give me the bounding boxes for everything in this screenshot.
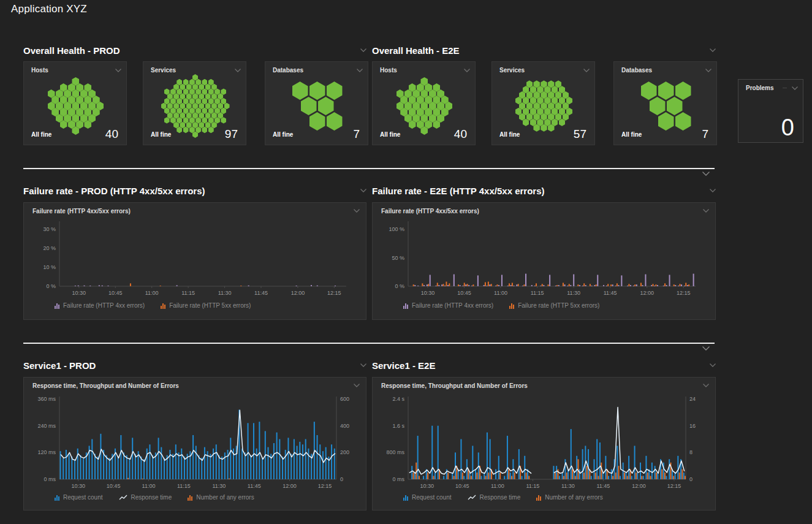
chevron-down-icon[interactable] (705, 69, 711, 72)
health-hexagon-cluster (292, 82, 343, 131)
legend-item[interactable]: Response time (468, 494, 521, 501)
section-header-health-prod: Overall Health - PROD (23, 44, 366, 56)
legend-item[interactable]: Failure rate (HTTP 5xx errors) (509, 302, 599, 309)
healthy-hexagon-icon (173, 122, 179, 128)
healthy-hexagon-icon (211, 112, 217, 118)
healthy-hexagon-icon (214, 117, 220, 123)
chart-tile-failure-prod[interactable]: Failure rate (HTTP 4xx/5xx errors) 30 %2… (23, 202, 366, 320)
healthy-hexagon-icon (176, 108, 182, 114)
dashboard-page: Application XYZ Overall Health - PROD Ov… (0, 0, 812, 524)
line-chart-icon (468, 495, 476, 501)
chevron-down-icon[interactable] (464, 69, 470, 72)
svg-text:1.6 s: 1.6 s (392, 423, 404, 429)
section-divider (23, 343, 715, 344)
healthy-hexagon-icon (189, 88, 195, 94)
svg-text:12:00: 12:00 (283, 483, 297, 489)
healthy-hexagon-icon (161, 103, 167, 109)
problems-tile[interactable]: Problems 0 (738, 79, 803, 143)
svg-text:11:45: 11:45 (597, 483, 610, 489)
healthy-hexagon-icon (164, 117, 170, 123)
legend-item[interactable]: Failure rate (HTTP 4xx errors) (55, 302, 145, 309)
bar-chart-icon (161, 303, 165, 309)
healthy-hexagon-icon (173, 103, 179, 109)
section-header-failure-prod: Failure rate - PROD (HTTP 4xx/5xx errors… (23, 184, 366, 197)
legend-item[interactable]: Failure rate (HTTP 4xx errors) (403, 302, 493, 309)
chevron-down-icon[interactable] (235, 69, 241, 72)
chart-tile-service-e2e[interactable]: Response time, Throughput and Number of … (372, 377, 716, 511)
page-title: Application XYZ (11, 3, 87, 15)
legend-label: Failure rate (HTTP 5xx errors) (518, 302, 599, 309)
chart-title: Response time, Throughput and Number of … (32, 382, 179, 389)
healthy-hexagon-icon (202, 98, 207, 104)
chevron-down-icon[interactable] (360, 48, 366, 52)
health-tile-databases-e2e[interactable]: DatabasesAll fine7 (613, 61, 717, 145)
healthy-hexagon-icon (195, 98, 201, 104)
chart-tile-failure-e2e[interactable]: Failure rate (HTTP 4xx/5xx errors) 100 %… (372, 202, 716, 320)
section-title-service-prod: Service1 - PROD (23, 360, 96, 371)
healthy-hexagon-icon (202, 88, 207, 94)
healthy-hexagon-icon (170, 108, 176, 114)
svg-text:0 ms: 0 ms (392, 476, 404, 482)
healthy-hexagon-icon (164, 98, 170, 104)
health-tile-services-prod[interactable]: ServicesAll fine97 (143, 61, 246, 145)
legend-item[interactable]: Request count (403, 494, 452, 501)
chevron-down-icon[interactable] (115, 69, 121, 72)
line-chart-icon (119, 495, 127, 501)
chevron-down-icon[interactable] (357, 69, 363, 72)
health-tile-title: Services (499, 67, 525, 74)
chevron-down-icon[interactable] (702, 346, 710, 351)
svg-text:0 ms: 0 ms (44, 476, 56, 482)
legend-label: Request count (63, 494, 103, 501)
healthy-hexagon-icon (318, 97, 334, 115)
chevron-down-icon[interactable] (583, 69, 590, 72)
bar-chart-icon (188, 495, 192, 501)
chevron-down-icon[interactable] (710, 363, 716, 367)
healthy-hexagon-icon (218, 103, 223, 109)
healthy-hexagon-icon (180, 84, 185, 90)
legend-item[interactable]: Response time (119, 494, 172, 501)
healthy-hexagon-icon (199, 103, 204, 109)
problems-tile-title: Problems (746, 85, 774, 91)
legend-item[interactable]: Number of any errors (188, 494, 254, 501)
svg-text:12:15: 12:15 (318, 483, 332, 489)
health-tile-hosts-e2e[interactable]: HostsAll fine40 (372, 61, 476, 145)
health-tile-databases-prod[interactable]: DatabasesAll fine7 (265, 61, 368, 145)
healthy-hexagon-icon (183, 127, 189, 133)
svg-text:10:45: 10:45 (455, 483, 469, 489)
chart-tile-service-prod[interactable]: Response time, Throughput and Number of … (23, 377, 366, 511)
healthy-hexagon-icon (183, 98, 189, 104)
chevron-down-icon[interactable] (360, 189, 366, 192)
healthy-hexagon-icon (173, 112, 179, 118)
legend-item[interactable]: Failure rate (HTTP 5xx errors) (161, 302, 251, 309)
chevron-down-icon[interactable] (360, 363, 366, 367)
health-tile-services-e2e[interactable]: ServicesAll fine57 (491, 61, 595, 145)
healthy-hexagon-icon (180, 93, 185, 99)
healthy-hexagon-icon (176, 88, 182, 94)
legend-item[interactable]: Request count (55, 494, 103, 501)
svg-text:11:30: 11:30 (212, 483, 226, 489)
legend-label: Failure rate (HTTP 5xx errors) (169, 302, 251, 309)
svg-text:12:15: 12:15 (327, 290, 341, 296)
healthy-hexagon-icon (192, 103, 198, 109)
health-hexagon-cluster (641, 82, 691, 131)
chevron-down-icon[interactable] (702, 172, 710, 176)
legend-label: Failure rate (HTTP 4xx errors) (412, 302, 493, 309)
health-tile-hosts-prod[interactable]: HostsAll fine40 (23, 61, 127, 145)
svg-text:30 %: 30 % (43, 226, 56, 232)
chevron-down-icon[interactable] (710, 189, 716, 192)
bar-chart-icon (509, 303, 514, 309)
svg-text:0 %: 0 % (395, 283, 404, 289)
healthy-hexagon-icon (658, 82, 674, 100)
health-tile-count: 7 (353, 127, 360, 141)
svg-text:0 %: 0 % (46, 283, 56, 289)
healthy-hexagon-icon (195, 79, 201, 85)
svg-text:11:45: 11:45 (604, 290, 617, 296)
healthy-hexagon-icon (292, 82, 308, 100)
health-tile-count: 7 (702, 127, 708, 141)
healthy-hexagon-icon (211, 122, 217, 128)
health-tile-title: Hosts (31, 67, 48, 74)
chevron-down-icon[interactable] (792, 86, 798, 90)
chevron-down-icon[interactable] (710, 48, 716, 52)
legend-item[interactable]: Number of any errors (536, 494, 602, 501)
chart-legend: Request countResponse timeNumber of any … (403, 494, 603, 501)
